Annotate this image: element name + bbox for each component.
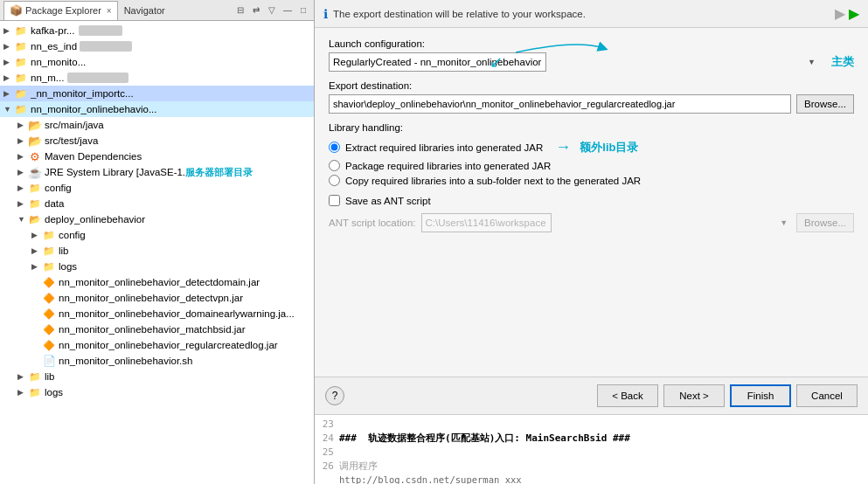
tree-item-config-1[interactable]: ▶ 📁 config bbox=[0, 180, 314, 196]
tree-item-nn-monitor[interactable]: ▶ 📁 nn_monito... bbox=[0, 54, 314, 70]
code-line-26: 26 调用程序 bbox=[315, 459, 868, 473]
folder-icon: 📁 bbox=[14, 55, 28, 69]
radio-package-input[interactable] bbox=[329, 160, 340, 171]
tree-item-jre-system[interactable]: ▶ ☕ JRE System Library [JavaSE-1.服务器部署目录 bbox=[0, 164, 314, 180]
collapse-all-icon[interactable]: ⊟ bbox=[233, 3, 247, 17]
radio-copy-input[interactable] bbox=[329, 175, 340, 186]
ant-location-select-wrapper: C:\Users\11416\workspace bbox=[421, 213, 792, 232]
tree-label: data bbox=[45, 198, 310, 209]
maximize-icon[interactable]: □ bbox=[296, 3, 310, 17]
tree-arrow: ▶ bbox=[31, 246, 42, 255]
tab-navigator[interactable]: Navigator bbox=[118, 1, 171, 20]
maven-icon: ⚙ bbox=[28, 149, 42, 163]
tree-item-jar-domainearlywarning[interactable]: ▶ 🔶 nn_monitor_onlinebehavior_domainearl… bbox=[0, 306, 314, 322]
src-folder-icon: 📂 bbox=[28, 118, 42, 132]
view-menu-icon[interactable]: ▽ bbox=[265, 3, 279, 17]
tree-item-lib-1[interactable]: ▶ 📁 lib bbox=[0, 243, 314, 259]
tree-label: config bbox=[45, 183, 310, 193]
tree-arrow: ▶ bbox=[17, 121, 28, 129]
cancel-button[interactable]: Cancel bbox=[796, 384, 858, 407]
tree-label: nn_monitor_onlinebehavior_matchbsid.jar bbox=[59, 324, 310, 335]
save-ant-checkbox[interactable] bbox=[329, 195, 340, 206]
tree-item-logs-1[interactable]: ▶ 📁 logs bbox=[0, 259, 314, 274]
header-run-icon[interactable]: ▶ bbox=[835, 5, 845, 22]
tree-item-src-test-java[interactable]: ▶ 📂 src/test/java bbox=[0, 133, 314, 149]
radio-extract-input[interactable] bbox=[329, 142, 340, 153]
back-button[interactable]: < Back bbox=[597, 384, 658, 407]
tree-item-src-main-java[interactable]: ▶ 📂 src/main/java bbox=[0, 117, 314, 133]
tree-item-jar-matchbsid[interactable]: ▶ 🔶 nn_monitor_onlinebehavior_matchbsid.… bbox=[0, 322, 314, 337]
tree-item-logs-2[interactable]: ▶ 📁 logs bbox=[0, 384, 314, 400]
tree-item-nn-monitor-onlinebehavior[interactable]: ▼ 📁 nn_monitor_onlinebehavio... bbox=[0, 101, 314, 117]
line-number: 25 bbox=[315, 446, 339, 458]
folder-icon: 📁 bbox=[14, 71, 28, 85]
tree-label: lib bbox=[59, 245, 310, 256]
ant-browse-button[interactable]: Browse... bbox=[796, 213, 854, 232]
export-dest-input[interactable] bbox=[329, 94, 791, 114]
export-dest-browse-button[interactable]: Browse... bbox=[796, 94, 854, 114]
minimize-icon[interactable]: — bbox=[281, 3, 295, 17]
tree-arrow: ▶ bbox=[17, 388, 28, 397]
launch-config-select[interactable]: RegularlyCreated - nn_monitor_onlinebeha… bbox=[329, 52, 546, 72]
line-number: 24 bbox=[315, 432, 339, 444]
tree-item-jar-regularcreatedlog[interactable]: ▶ 🔶 nn_monitor_onlinebehavior_regularcre… bbox=[0, 337, 314, 353]
tree-arrow: ▶ bbox=[3, 89, 14, 98]
radio-package-label: Package required libraries into generate… bbox=[345, 161, 551, 171]
library-handling-label: Library handling: bbox=[329, 122, 854, 133]
tree-item-jar-detectvpn[interactable]: ▶ 🔶 nn_monitor_onlinebehavior_detectvpn.… bbox=[0, 290, 314, 306]
tree-arrow: ▶ bbox=[17, 183, 28, 192]
tab-navigator-label: Navigator bbox=[124, 5, 165, 16]
tree-arrow: ▼ bbox=[17, 215, 28, 224]
dialog-header-text: The export destination will be relative … bbox=[333, 9, 830, 19]
tree-arrow: ▼ bbox=[3, 105, 14, 114]
tree-item-sh-file[interactable]: ▶ 📄 nn_monitor_onlinebehavior.sh bbox=[0, 353, 314, 369]
line-content: 调用程序 bbox=[339, 460, 378, 473]
folder-icon: 📁 bbox=[42, 259, 56, 273]
src-folder-icon: 📂 bbox=[28, 134, 42, 148]
dialog-wrapper: ℹ The export destination will be relativ… bbox=[315, 0, 868, 484]
tree-arrow: ▶ bbox=[17, 199, 28, 208]
tree-arrow: ▶ bbox=[17, 152, 28, 161]
tab-package-explorer[interactable]: 📦 Package Explorer × bbox=[3, 1, 118, 20]
tree-item-config-2[interactable]: ▶ 📁 config bbox=[0, 227, 314, 243]
line-number: 23 bbox=[315, 418, 339, 430]
line-content: http://blog.csdn.net/superman_xxx bbox=[339, 474, 522, 484]
tree-label: nn_monitor_onlinebehavior.sh bbox=[59, 356, 310, 366]
help-button[interactable]: ? bbox=[325, 386, 344, 405]
dialog-footer: ? < Back Next > Finish Cancel bbox=[315, 377, 868, 414]
sh-file-icon: 📄 bbox=[42, 354, 56, 368]
radio-package: Package required libraries into generate… bbox=[329, 160, 854, 171]
save-ant-label: Save as ANT script bbox=[345, 196, 431, 206]
tree-arrow: ▶ bbox=[3, 58, 14, 66]
tree-label: nn_es_ind bbox=[31, 41, 310, 52]
package-explorer-panel: 📦 Package Explorer × Navigator ⊟ ⇄ ▽ — □… bbox=[0, 0, 315, 484]
link-with-editor-icon[interactable]: ⇄ bbox=[249, 3, 263, 17]
tree-item-deploy-onlinebehavior[interactable]: ▼ 📂 deploy_onlinebehavior bbox=[0, 211, 314, 227]
header-run-green-icon[interactable]: ▶ bbox=[849, 5, 859, 22]
tree-item-nn-m[interactable]: ▶ 📁 nn_m... bbox=[0, 70, 314, 86]
save-ant-row: Save as ANT script bbox=[329, 195, 854, 206]
tree-item-maven-deps[interactable]: ▶ ⚙ Maven Dependencies bbox=[0, 149, 314, 164]
tree-label: src/test/java bbox=[45, 135, 310, 146]
tree-arrow: ▶ bbox=[31, 231, 42, 239]
tree-label: nn_monitor_onlinebehavior_domainearlywar… bbox=[59, 308, 310, 319]
folder-icon: 📁 bbox=[28, 370, 42, 384]
tree-item-nn-es-ind[interactable]: ▶ 📁 nn_es_ind bbox=[0, 38, 314, 54]
finish-button[interactable]: Finish bbox=[730, 384, 791, 407]
folder-icon: 📁 bbox=[28, 181, 42, 195]
tree-item-lib-2[interactable]: ▶ 📁 lib bbox=[0, 369, 314, 384]
folder-icon: 📁 bbox=[42, 244, 56, 258]
tree-item-kafka-project[interactable]: ▶ 📁 kafka-pr... bbox=[0, 23, 314, 38]
tree-label: nn_m... bbox=[31, 73, 310, 84]
tree-item-jar-detectdomain[interactable]: ▶ 🔶 nn_monitor_onlinebehavior_detectdoma… bbox=[0, 274, 314, 290]
tab-close-icon[interactable]: × bbox=[107, 6, 112, 16]
radio-group-library: Extract required libraries into generate… bbox=[329, 138, 854, 186]
tree-item-data[interactable]: ▶ 📁 data bbox=[0, 196, 314, 211]
folder-icon: 📁 bbox=[28, 385, 42, 399]
ant-label: ANT script location: bbox=[329, 218, 416, 228]
tree-item-nn-monitor-importc[interactable]: ▶ 📁 _nn_monitor_importc... bbox=[0, 86, 314, 101]
tree-label: _nn_monitor_importc... bbox=[31, 88, 310, 99]
ant-location-select[interactable]: C:\Users\11416\workspace bbox=[421, 213, 552, 232]
next-button[interactable]: Next > bbox=[663, 384, 725, 407]
tree-label: nn_monitor_onlinebehavior_detectdomain.j… bbox=[59, 277, 310, 287]
